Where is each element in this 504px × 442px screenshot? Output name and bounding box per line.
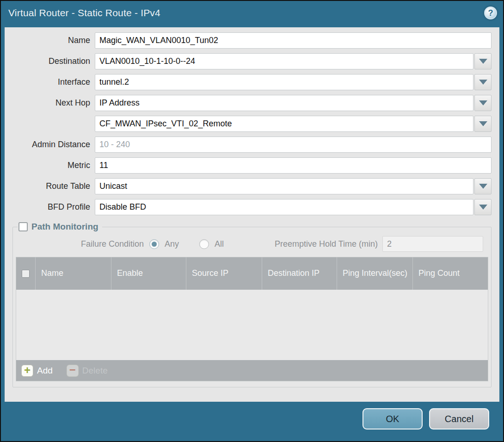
metric-input[interactable] <box>95 157 492 174</box>
column-header-name[interactable]: Name <box>35 257 111 290</box>
path-monitoring-legend: Path Monitoring <box>18 222 102 232</box>
route-table-label: Route Table <box>5 181 95 191</box>
admin-distance-input[interactable] <box>95 137 492 153</box>
bfd-profile-label: BFD Profile <box>5 202 95 212</box>
dialog-content: Name Destination Interface Next Hop <box>5 27 499 402</box>
path-monitoring-table: Name Enable Source IP Destination IP Pin… <box>16 257 488 381</box>
column-header-source-ip[interactable]: Source IP <box>186 257 262 290</box>
table-body-empty <box>16 290 488 360</box>
plus-icon: + <box>21 365 33 377</box>
title-bar: Virtual Router - Static Route - IPv4 ? <box>1 1 503 27</box>
form-row-destination: Destination <box>5 53 492 69</box>
chevron-down-icon <box>479 121 487 126</box>
form-row-route-table: Route Table <box>5 178 492 194</box>
column-header-ping-interval[interactable]: Ping Interval(sec) <box>337 257 412 290</box>
form-row-next-hop: Next Hop <box>5 95 492 111</box>
select-all-checkbox-cell <box>16 257 35 290</box>
failure-condition-label: Failure Condition <box>15 239 149 249</box>
next-hop-address-dropdown-button[interactable] <box>474 116 492 132</box>
dialog-title: Virtual Router - Static Route - IPv4 <box>8 7 160 19</box>
failure-condition-row: Failure Condition Any All Preemptive Hol… <box>15 236 483 252</box>
chevron-down-icon <box>479 59 487 64</box>
destination-input[interactable] <box>95 53 473 69</box>
failure-condition-any-label: Any <box>165 239 179 249</box>
next-hop-type-input[interactable] <box>95 95 473 111</box>
form-row-bfd-profile: BFD Profile <box>5 199 492 215</box>
cancel-button[interactable]: Cancel <box>429 408 489 430</box>
bottom-bar: OK Cancel <box>1 402 503 441</box>
interface-label: Interface <box>5 77 95 87</box>
chevron-down-icon <box>479 80 487 85</box>
form-row-next-hop-address <box>5 116 492 132</box>
form-row-metric: Metric <box>5 157 492 174</box>
admin-distance-label: Admin Distance <box>5 140 95 149</box>
radio-dot <box>202 242 207 247</box>
chevron-down-icon <box>479 184 487 189</box>
bfd-profile-input[interactable] <box>95 199 473 215</box>
add-button[interactable]: + Add <box>21 365 53 377</box>
delete-button[interactable]: − Delete <box>67 365 108 377</box>
column-header-enable[interactable]: Enable <box>111 257 186 290</box>
column-header-ping-count[interactable]: Ping Count <box>412 257 488 290</box>
destination-label: Destination <box>5 56 95 66</box>
path-monitoring-title: Path Monitoring <box>31 222 98 232</box>
table-header-row: Name Enable Source IP Destination IP Pin… <box>16 257 488 290</box>
path-monitoring-section: Path Monitoring Failure Condition Any Al… <box>12 222 492 387</box>
interface-dropdown-button[interactable] <box>474 74 492 90</box>
failure-condition-all-radio[interactable] <box>199 239 209 249</box>
delete-button-label: Delete <box>82 366 108 376</box>
interface-input[interactable] <box>95 74 473 90</box>
ok-button[interactable]: OK <box>363 408 423 430</box>
table-footer: + Add − Delete <box>16 360 488 381</box>
add-button-label: Add <box>37 366 53 376</box>
form-row-admin-distance: Admin Distance <box>5 137 492 153</box>
name-label: Name <box>5 36 95 45</box>
preemptive-hold-time-input[interactable] <box>382 236 483 252</box>
route-table-dropdown-button[interactable] <box>474 178 492 194</box>
next-hop-address-input[interactable] <box>95 116 473 132</box>
column-header-destination-ip[interactable]: Destination IP <box>262 257 337 290</box>
next-hop-type-dropdown-button[interactable] <box>474 95 492 111</box>
radio-dot <box>152 242 157 247</box>
form-row-name: Name <box>5 32 492 49</box>
metric-label: Metric <box>5 161 95 170</box>
destination-dropdown-button[interactable] <box>474 53 492 69</box>
static-route-dialog: Virtual Router - Static Route - IPv4 ? N… <box>0 0 504 442</box>
select-all-checkbox[interactable] <box>22 270 30 278</box>
path-monitoring-checkbox[interactable] <box>18 222 28 231</box>
route-table-input[interactable] <box>95 178 473 194</box>
question-mark-icon: ? <box>488 9 493 17</box>
failure-condition-all-label: All <box>215 239 224 249</box>
next-hop-label: Next Hop <box>5 98 95 108</box>
chevron-down-icon <box>479 205 487 210</box>
preemptive-hold-time-label: Preemptive Hold Time (min) <box>275 239 382 249</box>
failure-condition-any-radio[interactable] <box>149 239 159 249</box>
help-button[interactable]: ? <box>484 6 497 19</box>
chevron-down-icon <box>479 100 487 106</box>
minus-icon: − <box>67 365 79 377</box>
name-input[interactable] <box>95 32 492 49</box>
form-row-interface: Interface <box>5 74 492 90</box>
bfd-profile-dropdown-button[interactable] <box>474 199 492 215</box>
